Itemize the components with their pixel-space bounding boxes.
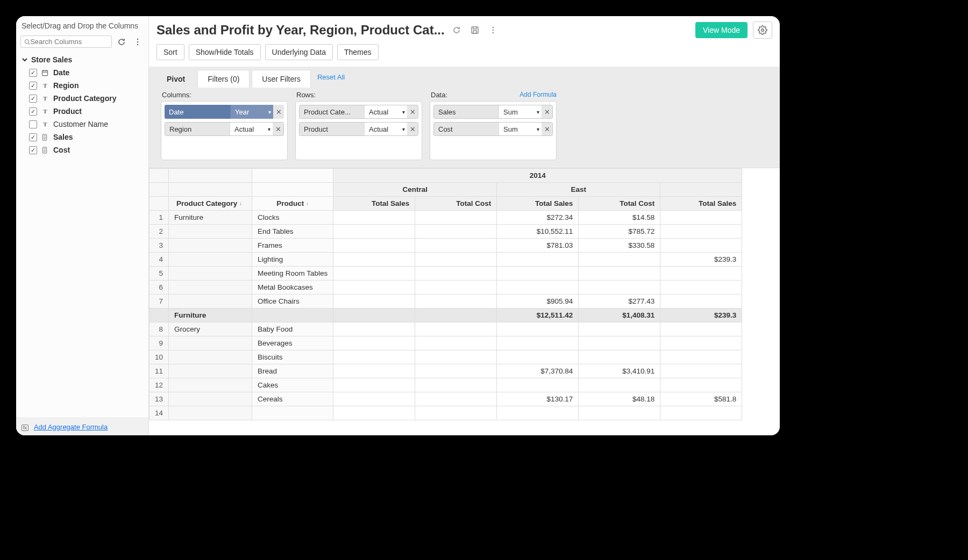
table-row[interactable]: 6 Metal Bookcases <box>150 281 742 295</box>
columns-drop-zone[interactable]: Date Year▾ ✕Region Actual▾ ✕ <box>161 101 288 160</box>
table-row[interactable]: 9 Beverages <box>150 336 742 350</box>
subtotal-row: Furniture $12,511.42$1,408.31$239.3 <box>150 308 742 322</box>
column-item[interactable]: Sales <box>22 131 143 143</box>
column-checkbox[interactable] <box>29 107 37 116</box>
pivot-pill[interactable]: Date Year▾ ✕ <box>165 105 284 119</box>
sort-button[interactable]: Sort <box>156 44 184 60</box>
settings-button[interactable] <box>753 21 772 39</box>
column-checkbox[interactable] <box>29 82 37 90</box>
col-product[interactable]: Product <box>276 199 304 207</box>
column-checkbox[interactable] <box>29 69 37 77</box>
column-item[interactable]: T Region <box>22 79 143 92</box>
title-refresh-button[interactable] <box>450 25 463 35</box>
column-item[interactable]: Cost <box>22 143 143 156</box>
pivot-pill[interactable]: Product Actual▾ ✕ <box>299 122 418 136</box>
col-product-category[interactable]: Product Category <box>176 199 237 207</box>
view-mode-button[interactable]: View Mode <box>695 22 748 38</box>
add-formula-link[interactable]: Add Formula <box>519 91 557 99</box>
sort-down-icon[interactable]: ↓ <box>306 200 309 206</box>
column-item[interactable]: T Customer Name <box>22 118 143 131</box>
value-cell <box>333 322 415 336</box>
pivot-pill[interactable]: Cost Sum▾ ✕ <box>433 122 553 136</box>
row-number: 6 <box>150 281 169 295</box>
tab-filters[interactable]: Filters (0) <box>197 70 250 88</box>
title-more-button[interactable] <box>487 25 500 35</box>
value-cell <box>497 322 579 336</box>
row-number: 2 <box>150 225 169 239</box>
table-row[interactable]: 11 Bread $7,370.84$3,410.91 <box>150 364 742 378</box>
show-hide-totals-button[interactable]: Show/Hide Totals <box>189 44 261 60</box>
sort-down-icon[interactable]: ↓ <box>239 200 242 206</box>
column-checkbox[interactable] <box>29 95 37 103</box>
add-aggregate-formula-link[interactable]: Add Aggregate Formula <box>34 423 108 431</box>
table-row[interactable]: 10 Biscuits <box>150 350 742 364</box>
product-cell: Bread <box>252 364 333 378</box>
search-input-wrap[interactable] <box>20 35 112 48</box>
value-cell <box>660 364 742 378</box>
table-row[interactable]: 13 Cereals $130.17$48.18$581.8 <box>150 392 742 406</box>
value-cell <box>579 322 660 336</box>
pill-remove[interactable]: ✕ <box>273 105 284 119</box>
pill-remove[interactable]: ✕ <box>407 105 418 118</box>
product-cell: Lighting <box>252 253 333 267</box>
value-cell <box>660 267 742 281</box>
table-row[interactable]: 1 Furniture Clocks $272.34$14.58 <box>150 211 742 225</box>
pill-selector[interactable]: Year▾ <box>230 105 273 119</box>
pivot-pill[interactable]: Product Cate... Actual▾ ✕ <box>299 105 418 119</box>
value-cell <box>497 281 579 295</box>
pivot-pill[interactable]: Region Actual▾ ✕ <box>165 122 284 136</box>
data-drop-zone[interactable]: Sales Sum▾ ✕Cost Sum▾ ✕ <box>430 101 557 160</box>
pill-selector[interactable]: Actual▾ <box>364 105 407 118</box>
column-item[interactable]: T Product Category <box>22 92 143 105</box>
table-row[interactable]: 4 Lighting $239.3 <box>150 253 742 267</box>
pill-remove[interactable]: ✕ <box>273 123 283 135</box>
title-save-button[interactable] <box>468 25 481 35</box>
pill-remove[interactable]: ✕ <box>407 123 418 135</box>
rows-drop-zone[interactable]: Product Cate... Actual▾ ✕Product Actual▾… <box>295 101 422 160</box>
formula-icon: fx <box>22 425 29 431</box>
tree-root-store-sales[interactable]: Store Sales <box>22 53 143 66</box>
pivot-pill[interactable]: Sales Sum▾ ✕ <box>433 105 553 119</box>
column-checkbox[interactable] <box>29 146 37 154</box>
pivot-table: 2014 Central East Product Category↓ Prod… <box>149 168 742 420</box>
row-number: 1 <box>150 211 169 225</box>
value-cell <box>415 364 497 378</box>
column-item[interactable]: Date <box>22 66 143 79</box>
search-columns-input[interactable] <box>30 38 108 46</box>
table-row[interactable]: 8 Grocery Baby Food <box>150 322 742 336</box>
underlying-data-button[interactable]: Underlying Data <box>265 44 333 60</box>
value-cell: $330.58 <box>579 239 660 253</box>
svg-rect-17 <box>472 27 478 33</box>
tab-user-filters[interactable]: User Filters <box>252 70 311 88</box>
table-row[interactable]: 12 Cakes <box>150 378 742 392</box>
column-label: Region <box>53 81 79 90</box>
pill-selector[interactable]: Sum▾ <box>499 123 542 135</box>
region-header: Central <box>333 183 497 197</box>
pill-name: Cost <box>434 123 499 135</box>
pill-remove[interactable]: ✕ <box>542 123 552 135</box>
pill-name: Region <box>165 123 230 135</box>
column-checkbox[interactable] <box>29 120 37 128</box>
table-row[interactable]: 2 End Tables $10,552.11$785.72 <box>150 225 742 239</box>
themes-button[interactable]: Themes <box>337 44 379 60</box>
value-cell <box>415 281 497 295</box>
pill-selector[interactable]: Actual▾ <box>364 123 407 135</box>
value-cell <box>415 225 497 239</box>
sidebar-more-button[interactable] <box>131 37 144 47</box>
product-cell: Metal Bookcases <box>252 281 333 295</box>
reset-all-link[interactable]: Reset All <box>317 73 345 81</box>
pill-remove[interactable]: ✕ <box>542 105 552 118</box>
column-item[interactable]: T Product <box>22 105 143 118</box>
region-header: East <box>497 183 660 197</box>
table-row[interactable]: 14 <box>150 406 742 420</box>
column-checkbox[interactable] <box>29 133 37 141</box>
table-row[interactable]: 5 Meeting Room Tables <box>150 267 742 281</box>
refresh-columns-button[interactable] <box>115 37 128 47</box>
table-row[interactable]: 3 Frames $781.03$330.58 <box>150 239 742 253</box>
pill-selector[interactable]: Actual▾ <box>230 123 273 135</box>
pill-selector[interactable]: Sum▾ <box>499 105 542 118</box>
value-cell: $10,552.11 <box>497 225 579 239</box>
pill-name: Product <box>300 123 364 135</box>
tab-pivot[interactable]: Pivot <box>156 70 195 88</box>
table-row[interactable]: 7 Office Chairs $905.94$277.43 <box>150 295 742 308</box>
